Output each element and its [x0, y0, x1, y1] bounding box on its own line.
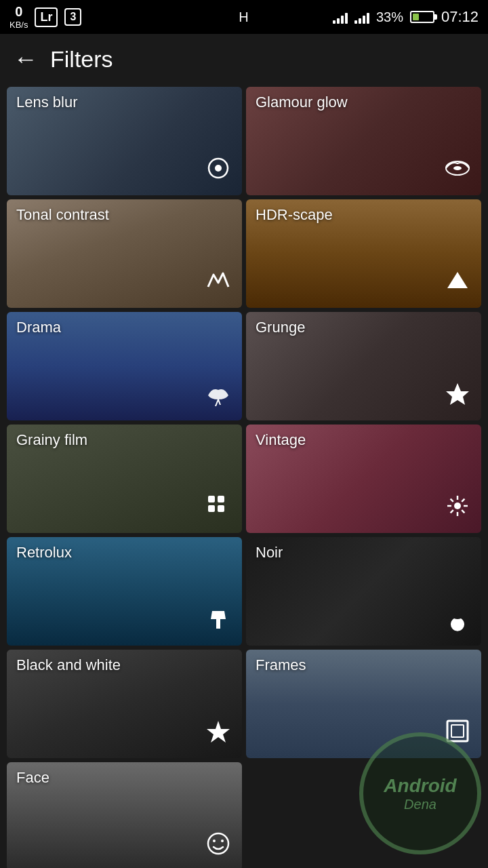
- header: ← Filters: [0, 34, 488, 87]
- svg-marker-4: [447, 272, 468, 288]
- filter-icon-noir: [445, 606, 470, 637]
- svg-line-5: [216, 399, 218, 406]
- back-button[interactable]: ←: [14, 45, 38, 73]
- svg-rect-14: [447, 721, 468, 741]
- svg-rect-10: [208, 505, 215, 512]
- status-bar: 0 KB/s Lr 3 H 33% 07:12: [0, 0, 488, 34]
- filter-card-drama[interactable]: Drama: [7, 312, 242, 420]
- filter-card-hdr-scape[interactable]: HDR-scape: [246, 199, 481, 308]
- filter-label-lens-blur: Lens blur: [16, 94, 78, 111]
- filter-grid: Lens blurGlamour glowTonal contrastHDR-s…: [0, 87, 488, 868]
- svg-rect-11: [218, 505, 224, 512]
- filter-card-vintage[interactable]: Vintage: [246, 425, 481, 533]
- filter-card-glamour-glow[interactable]: Glamour glow: [246, 87, 481, 195]
- svg-rect-9: [218, 496, 224, 502]
- svg-line-6: [218, 399, 220, 405]
- status-right: 33% 07:12: [333, 8, 479, 26]
- filter-card-noir[interactable]: Noir: [246, 537, 481, 646]
- filter-label-face: Face: [16, 769, 49, 787]
- filter-label-hdr-scape: HDR-scape: [256, 206, 333, 224]
- filter-label-glamour-glow: Glamour glow: [256, 94, 348, 111]
- filter-label-black-and-white: Black and white: [16, 656, 121, 674]
- filter-label-grunge: Grunge: [256, 319, 305, 336]
- filter-label-vintage: Vintage: [256, 431, 306, 449]
- signal-bars-1: [333, 10, 348, 24]
- signal-bars-2: [354, 10, 369, 24]
- svg-point-12: [454, 502, 461, 509]
- svg-point-1: [215, 165, 222, 172]
- svg-point-3: [453, 166, 462, 170]
- svg-marker-7: [446, 383, 469, 405]
- svg-marker-13: [207, 721, 230, 743]
- filter-label-tonal-contrast: Tonal contrast: [16, 206, 109, 224]
- filter-card-face[interactable]: Face: [7, 762, 242, 868]
- filter-label-grainy-film: Grainy film: [16, 431, 87, 449]
- filter-label-frames: Frames: [256, 656, 306, 674]
- kb-indicator: 0 KB/s: [9, 3, 28, 31]
- battery-icon: [410, 11, 434, 23]
- filter-icon-hdr-scape: [445, 268, 470, 300]
- filter-icon-face: [205, 831, 231, 863]
- filter-icon-retrolux: [205, 606, 231, 637]
- filter-card-tonal-contrast[interactable]: Tonal contrast: [7, 199, 242, 308]
- time-display: 07:12: [441, 8, 479, 26]
- filter-icon-drama: [205, 380, 231, 412]
- filter-card-black-and-white[interactable]: Black and white: [7, 650, 242, 758]
- filter-icon-vintage: [445, 493, 470, 525]
- network-type: H: [239, 9, 249, 25]
- lr-icon: Lr: [35, 7, 58, 27]
- filter-card-grunge[interactable]: Grunge: [246, 312, 481, 420]
- filter-card-lens-blur[interactable]: Lens blur: [7, 87, 242, 195]
- filter-card-grainy-film[interactable]: Grainy film: [7, 425, 242, 533]
- filter-icon-frames: [445, 718, 470, 750]
- filter-icon-lens-blur: [205, 155, 231, 187]
- filter-card-retrolux[interactable]: Retrolux: [7, 537, 242, 646]
- filter-icon-glamour-glow: [445, 155, 470, 187]
- filter-icon-tonal-contrast: [205, 268, 231, 300]
- filter-icon-grunge: [445, 380, 470, 412]
- filter-label-drama: Drama: [16, 319, 61, 336]
- svg-rect-8: [208, 496, 215, 502]
- status-left: 0 KB/s Lr 3: [9, 3, 81, 31]
- filter-label-noir: Noir: [256, 544, 283, 561]
- svg-point-18: [221, 840, 224, 842]
- app3-icon: 3: [64, 8, 81, 26]
- filter-card-frames[interactable]: Frames: [246, 650, 481, 758]
- svg-point-17: [213, 840, 216, 842]
- filter-icon-black-and-white: [205, 718, 231, 750]
- filter-icon-grainy-film: [205, 493, 231, 525]
- filter-label-retrolux: Retrolux: [16, 544, 72, 561]
- battery-percent: 33%: [376, 9, 403, 25]
- page-title: Filters: [50, 46, 113, 73]
- svg-rect-15: [451, 725, 464, 737]
- svg-point-16: [208, 833, 228, 854]
